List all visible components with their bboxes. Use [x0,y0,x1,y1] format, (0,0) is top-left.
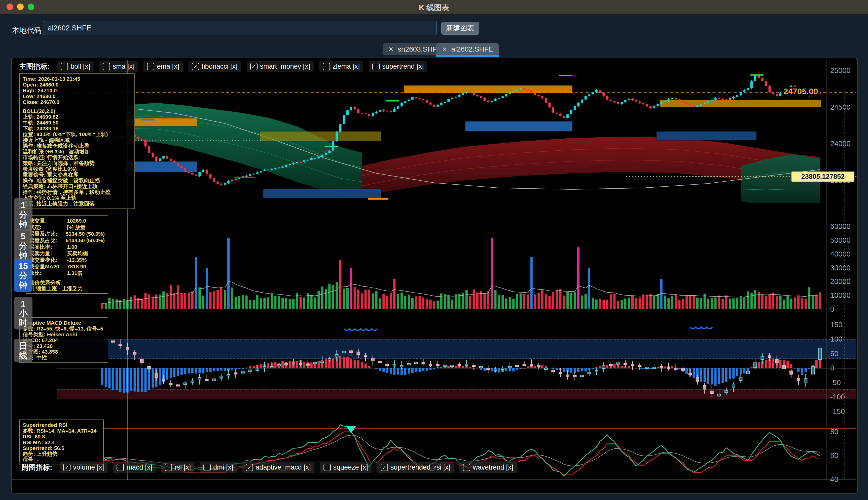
checkbox-icon[interactable] [372,63,380,70]
main-smart_money-toggle[interactable]: ✓smart_money [x] [247,61,314,72]
indicator-label: sma [x] [112,62,134,70]
tooltip-line: Supertrend: 56.5 [23,445,100,451]
tooltip-line: 接近上轨 - 偏强区域 [23,137,131,143]
titlebar: K 线图表 [0,0,868,14]
tooltip-line: 参数: RSI=14, MA=14, ATR=14 [23,428,100,434]
axis-tick-label: 50000 [830,236,850,245]
tooltip-line: 重要信号: 重大变盘在即 [23,172,131,178]
checkbox-icon[interactable]: ✓ [381,464,388,471]
indicator-label: wavetrend [x] [473,464,513,471]
sub-wavetrend-toggle[interactable]: wavetrend [x] [459,462,517,473]
rsi-tooltip: Supertrended RSI参数: RSI=14, MA=14, ATR=1… [19,420,104,465]
sub-squeeze-toggle[interactable]: squeeze [x] [320,462,371,473]
macd-panel [57,327,856,399]
period-button-char: 1 [21,200,26,210]
checkbox-icon[interactable]: ✓ [246,464,253,471]
period-button-5分钟[interactable]: 5分钟 [14,229,33,262]
period-button-日线[interactable]: 日线 [14,339,33,362]
period-button-1分钟[interactable]: 1分钟 [14,198,33,231]
tooltip-row: 量比:1.31倍 [29,270,105,276]
checkbox-icon[interactable] [463,464,470,471]
axis-tick-label: 100 [830,335,842,343]
axis-tick-label: 25000 [830,66,850,75]
period-button-15分钟[interactable]: 15分钟 [14,259,33,292]
period-button-char: 5 [21,231,26,241]
sub-supertrended_rsi-toggle[interactable]: ✓supertrended_rsi [x] [377,462,454,473]
tooltip-line: Supertrended RSI [23,422,100,428]
code-label: 本地代码 [12,26,41,36]
indicator-label: supertrended_rsi [x] [390,464,450,471]
main-zlema-toggle[interactable]: zlema [x] [319,61,363,72]
tooltip-line: Close: 24670.0 [23,99,131,105]
indicator-label: adaptive_macd [x] [256,464,311,471]
checkbox-icon[interactable] [147,63,154,70]
chart-frame: 主图指标: boll [x]sma [x]ema [x]✓fibonacci [… [11,58,858,493]
sub-macd-toggle[interactable]: macd [x] [113,462,156,473]
tab-al2602.SHFE[interactable]: ✕al2602.SHFE [436,43,499,55]
tooltip-line: BOLL(20,2.0) [23,108,131,114]
tooltip-line: 操作: 准备减仓或设移动止盈 [23,143,131,149]
main-sma-toggle[interactable]: sma [x] [99,61,138,72]
period-button-char: 钟 [19,280,27,290]
new-chart-button[interactable]: 新建图表 [441,22,479,35]
checkbox-icon[interactable] [103,63,110,70]
axis-tick-label: 80 [830,428,838,436]
main-ema-toggle[interactable]: ema [x] [144,61,183,72]
checkbox-icon[interactable]: ✓ [250,63,257,70]
axis-tick-label: 0 [830,305,834,314]
indicator-label: squeeze [x] [333,464,368,471]
tooltip-line [23,105,131,108]
axis-tick-label: 0 [830,364,834,372]
indicator-label: volume [x] [73,464,104,471]
checkbox-icon[interactable]: ✓ [63,464,70,471]
main-supertrend-toggle[interactable]: supertrend [x] [369,61,427,72]
tooltip-line: Low: 24630.0 [23,93,131,99]
tooltip-row [29,276,105,280]
tooltip-row: 成交量:10269.0 [29,218,105,224]
main-fibonacci-toggle[interactable]: ✓fibonacci [x] [188,61,241,72]
checkbox-icon[interactable] [61,63,68,70]
sub-rsi-toggle[interactable]: rsi [x] [161,462,194,473]
checkbox-icon[interactable] [323,63,330,70]
main-ohlc-tooltip: Time: 2026-01-13 21:45Open: 24660.0High:… [19,73,135,209]
indicator-label: macd [x] [126,464,152,471]
checkbox-icon[interactable] [323,464,331,471]
sub-volume-toggle[interactable]: ✓volume [x] [60,462,108,473]
tab-label: al2602.SHFE [452,45,493,53]
checkbox-icon[interactable] [116,464,124,471]
axis-tick-label: 24000 [830,139,850,148]
period-button-1小时[interactable]: 1小时 [14,297,33,329]
period-button-char: 分 [19,271,27,280]
axis-tick-label: -100 [830,393,845,401]
tab-close-icon[interactable]: ✕ [442,46,447,53]
tooltip-row: 量价关系分析: [29,280,105,285]
checkbox-icon[interactable]: ✓ [192,63,199,70]
checkbox-icon[interactable] [165,464,172,471]
indicator-label: dmi [x] [213,464,233,471]
tooltip-row: 成交量MA20:7818.90 [29,263,105,270]
indicator-label: fibonacci [x] [202,62,238,70]
main-boll-toggle[interactable]: boll [x] [57,61,94,72]
axis-tick-label: 30000 [830,264,850,272]
chart-canvas [12,58,856,492]
macd-tooltip: Adaptive MACD Deluxe参数: R2=55, 快=6, 慢=13… [19,317,108,363]
tooltip-line: Open: 24660.0 [23,82,131,88]
tooltip-row: 卖量及占比:5134.50 (50.0%) [29,237,105,244]
tab-close-icon[interactable]: ✕ [388,46,394,53]
sub-dmi-toggle[interactable]: dmi [x] [200,462,237,473]
checkbox-icon[interactable] [203,464,211,471]
last-price-label: 24705.00 [781,87,820,96]
tooltip-line: High: 24710.0 [23,88,131,93]
app-window: K 线图表 本地代码 新建图表 ✕sn2603.SHFE✕al2602.SHFE… [0,0,868,500]
axis-tick-label: 24500 [830,103,850,111]
tooltip-row: 状态:[+] 放量 [29,224,105,231]
tooltip-line: 位置: 93.5% (0%=下轨, 100%=上轨) [23,131,131,137]
tooltip-row: 成交量变化:-13.35% [29,257,105,263]
axis-tick-label: 40000 [830,250,850,258]
axis-tick-label: -50 [830,378,841,387]
axis-tick-label: 40 [830,475,838,484]
sub-adaptive_macd-toggle[interactable]: ✓adaptive_macd [x] [242,462,314,473]
tooltip-line: 信号: 23.426 [23,343,105,349]
code-input[interactable] [43,21,437,35]
tooltip-line: 趋势: 上升趋势 [23,451,100,457]
